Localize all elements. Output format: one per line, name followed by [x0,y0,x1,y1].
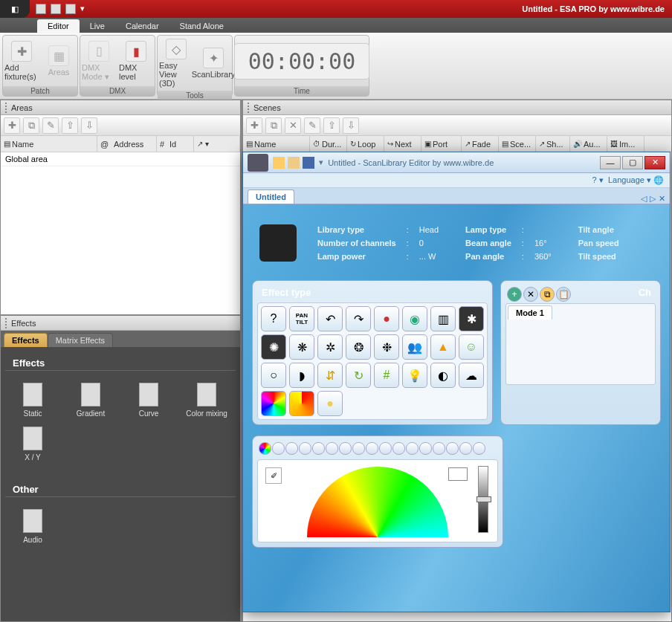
effect-curve[interactable]: Curve [120,378,178,422]
mode-paste-icon[interactable]: 📋 [556,287,571,302]
et-rotl-icon[interactable]: ↶ [317,306,343,331]
et-gobo5-icon[interactable]: ❂ [346,334,371,360]
area-add-icon[interactable]: ✚ [4,117,20,134]
et-spot-icon[interactable]: ● [317,391,343,416]
scanlib-open-icon[interactable] [288,157,300,169]
area-dup-icon[interactable]: ⧉ [23,117,39,134]
qat-dropdown-icon[interactable]: ▾ [80,4,85,14]
scene-copy-icon[interactable]: ⧉ [265,117,282,134]
scene-up-icon[interactable]: ⇧ [323,117,340,134]
col-sh[interactable]: ↗ Sh... [536,136,570,152]
et-prism-icon[interactable]: ▲ [430,334,456,360]
ct-16-icon[interactable] [473,442,485,455]
col-next[interactable]: ↪ Next [384,136,421,152]
scene-edit-icon[interactable]: ✎ [304,117,320,134]
effect-audio[interactable]: Audio [4,505,62,548]
ct-6-icon[interactable] [339,442,352,455]
col-duration[interactable]: ⏱ Dur... [310,136,347,152]
et-cycle-icon[interactable]: ↻ [346,363,371,388]
et-gobo3-icon[interactable]: ❋ [289,334,314,360]
ct-7-icon[interactable] [352,442,365,455]
col-extra[interactable]: ↗ ▾ [194,136,240,152]
scanlib-app-icon[interactable] [248,154,268,172]
ct-9-icon[interactable] [379,442,392,455]
et-halfcircle-icon[interactable]: ◐ [430,363,456,388]
col-im[interactable]: 🖼 Im... [607,136,644,152]
globe-icon[interactable]: 🌐 [653,175,664,185]
scanlib-save-icon[interactable] [303,157,314,169]
scene-del-icon[interactable]: ✕ [285,117,301,134]
ct-10-icon[interactable] [392,442,405,455]
area-edit-icon[interactable]: ✎ [42,117,59,134]
ct-1-icon[interactable] [272,442,285,455]
effect-static[interactable]: Static [4,378,62,422]
ct-4-icon[interactable] [312,442,325,455]
tab-standalone[interactable]: Stand Alone [169,19,234,33]
et-updown-icon[interactable]: ⇵ [317,363,343,388]
qat-open-icon[interactable] [51,4,61,14]
close-button[interactable]: ✕ [644,156,665,169]
et-wheel1-icon[interactable] [261,391,286,416]
scanlib-new-icon[interactable] [273,157,285,169]
maximize-button[interactable]: ▢ [622,156,643,169]
scanlib-qat-drop[interactable]: ▾ [319,158,328,167]
mode-del-icon[interactable]: ✕ [523,287,538,302]
scanlibrary-button[interactable]: ✦ScanLibrary [195,36,232,91]
col-fade[interactable]: ↗ Fade [462,136,499,152]
minimize-button[interactable]: — [600,156,621,169]
effect-gradient[interactable]: Gradient [62,378,120,422]
language-menu[interactable]: Language ▾ [608,175,651,185]
add-fixtures-button[interactable]: ✚Add fixture(s) [3,36,40,86]
et-wheel2-icon[interactable] [289,391,314,416]
et-hash-icon[interactable]: # [374,363,399,388]
ct-wheel-icon[interactable] [259,442,271,455]
et-color1-icon[interactable]: ● [374,306,399,331]
eyedropper-button[interactable]: ✐ [265,467,282,484]
et-shutter-icon[interactable]: ▥ [430,306,456,331]
tab-matrix-effects[interactable]: Matrix Effects [48,333,113,347]
et-iris-icon[interactable]: ○ [261,363,286,388]
ct-12-icon[interactable] [419,442,432,455]
grip-icon[interactable] [5,103,8,113]
et-gobo2-icon[interactable]: ✺ [261,334,286,360]
areas-list[interactable]: Global area [1,152,240,314]
tab-live[interactable]: Live [80,19,115,33]
et-people-icon[interactable]: 👥 [402,334,427,360]
brightness-slider[interactable] [478,466,488,533]
et-gobo6-icon[interactable]: ❉ [374,334,399,360]
scene-down-icon[interactable]: ⇩ [343,117,359,134]
mode-add-icon[interactable]: + [507,287,522,302]
help-menu[interactable]: ? ▾ [592,175,604,185]
effect-colormix[interactable]: Color mixing [178,378,236,422]
col-name[interactable]: ▤ Name [1,136,97,152]
areas-button[interactable]: ▦Areas [40,36,77,86]
et-half-icon[interactable]: ◗ [289,363,314,388]
ct-2-icon[interactable] [285,442,298,455]
area-down-icon[interactable]: ⇩ [81,117,97,134]
dmx-mode-button[interactable]: ▯DMX Mode ▾ [80,36,117,86]
et-gobo4-icon[interactable]: ✲ [317,334,343,360]
tab-prev-icon[interactable]: ◁ [641,194,647,204]
grip-icon[interactable] [5,318,8,328]
qat-save-icon[interactable] [65,4,76,14]
slider-thumb[interactable] [476,496,491,502]
doc-tab-untitled[interactable]: Untitled [248,189,294,204]
et-cloud-icon[interactable]: ☁ [459,363,484,388]
grip-icon[interactable] [248,103,251,113]
et-rotr-icon[interactable]: ↷ [346,306,371,331]
ct-3-icon[interactable] [299,442,311,455]
dmx-level-button[interactable]: ▮DMX level [117,36,155,86]
col-id[interactable]: # Id [157,136,194,152]
tab-effects[interactable]: Effects [4,333,48,347]
mode-tab-1[interactable]: Mode 1 [508,305,552,320]
qat-new-icon[interactable] [36,4,46,14]
tab-calendar[interactable]: Calendar [115,19,169,33]
color-halfwheel[interactable] [307,467,448,537]
effect-xy[interactable]: X / Y [4,422,62,466]
easyview-button[interactable]: ◇Easy View (3D) [158,36,195,91]
scanlib-titlebar[interactable]: ▾ Untitled - ScanLibrary Editor by www.w… [243,152,670,173]
ct-11-icon[interactable] [406,442,419,455]
tab-next-icon[interactable]: ▷ [650,194,656,204]
mode-copy-icon[interactable]: ⧉ [540,287,555,302]
col-address[interactable]: @ Address [97,136,157,152]
